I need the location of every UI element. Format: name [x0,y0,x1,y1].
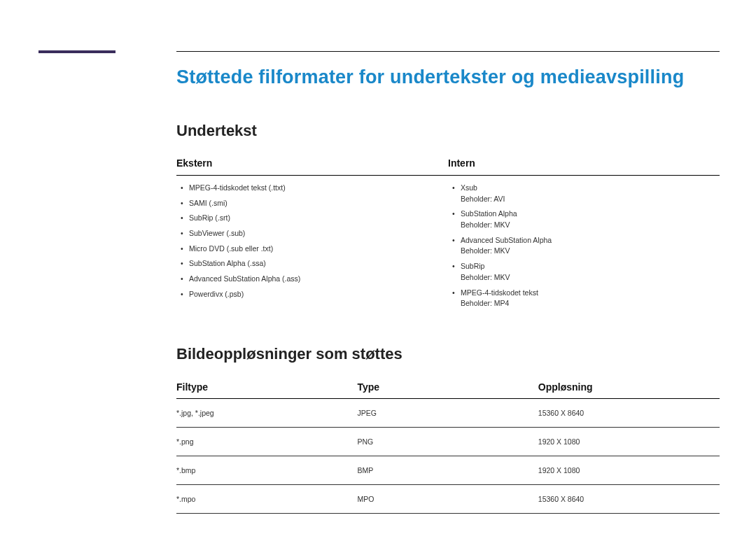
list-item-subline: Beholder: MKV [461,272,720,283]
list-item: SubStation Alpha (.ssa) [189,258,448,269]
internal-header-cell: Intern [448,153,720,175]
table-cell-type: BMP [357,456,538,484]
image-resolutions-table: Filtype Type Oppløsning *.jpg, *.jpegJPE… [176,376,720,514]
subtitle-column-headers: Ekstern Intern [176,153,720,176]
document-content: Støttede filformater for undertekster og… [176,66,720,514]
image-resolutions-section: Bildeoppløsninger som støttes Filtype Ty… [176,345,720,514]
header-filetype: Filtype [176,376,357,399]
list-item-label: Xsub [461,183,477,192]
table-cell-filetype: *.bmp [176,456,357,484]
table-row: *.bmpBMP1920 X 1080 [176,456,720,484]
image-heading: Bildeoppløsninger som støttes [176,345,720,363]
table-cell-resolution: 15360 X 8640 [538,398,720,427]
list-item: SubViewer (.sub) [189,228,448,239]
list-item: Micro DVD (.sub eller .txt) [189,244,448,254]
list-item: XsubBeholder: AVI [461,183,720,204]
internal-column-header: Intern [448,157,475,169]
list-item: Advanced SubStation Alpha (.ass) [189,274,448,284]
list-item-label: SubRip [461,262,484,270]
header-type: Type [357,376,538,399]
list-item: SubStation AlphaBeholder: MKV [461,209,720,230]
list-item-label: SubStation Alpha [461,209,517,218]
table-header-row: Filtype Type Oppløsning [176,376,720,399]
list-item: Advanced SubStation AlphaBeholder: MKV [461,235,720,256]
list-item: MPEG-4-tidskodet tekst (.ttxt) [189,183,448,193]
list-item-subline: Beholder: MKV [461,220,720,230]
external-column-header: Ekstern [176,157,212,169]
page-title: Støttede filformater for undertekster og… [176,66,720,88]
list-item: SAMI (.smi) [189,198,448,209]
subtitle-lists: MPEG-4-tidskodet tekst (.ttxt)SAMI (.smi… [176,176,720,314]
table-cell-filetype: *.jpg, *.jpeg [176,398,357,427]
external-header-cell: Ekstern [176,153,448,175]
list-item: Powerdivx (.psb) [189,289,448,300]
list-item: SubRip (.srt) [189,213,448,223]
list-item-subline: Beholder: MP4 [461,298,720,309]
internal-list: XsubBeholder: AVISubStation AlphaBeholde… [448,183,720,314]
header-resolution: Oppløsning [538,376,720,399]
table-cell-type: JPEG [357,398,538,427]
section-marker [38,50,115,53]
table-cell-resolution: 15360 X 8640 [538,484,720,513]
table-cell-filetype: *.mpo [176,484,357,513]
list-item-subline: Beholder: AVI [461,194,720,204]
table-cell-type: MPO [357,484,538,513]
header-divider [176,51,720,52]
table-cell-type: PNG [357,427,538,456]
list-item-label: MPEG-4-tidskodet tekst [461,288,538,297]
list-item: MPEG-4-tidskodet tekstBeholder: MP4 [461,288,720,309]
table-row: *.mpoMPO15360 X 8640 [176,484,720,513]
external-list: MPEG-4-tidskodet tekst (.ttxt)SAMI (.smi… [176,183,448,314]
table-row: *.pngPNG1920 X 1080 [176,427,720,456]
list-item: SubRipBeholder: MKV [461,261,720,282]
list-item-label: Advanced SubStation Alpha [461,236,552,244]
table-cell-resolution: 1920 X 1080 [538,456,720,484]
table-cell-filetype: *.png [176,427,357,456]
table-cell-resolution: 1920 X 1080 [538,427,720,456]
subtitle-heading: Undertekst [176,122,720,140]
table-row: *.jpg, *.jpegJPEG15360 X 8640 [176,398,720,427]
subtitle-section: Undertekst Ekstern Intern MPEG-4-tidskod… [176,122,720,314]
list-item-subline: Beholder: MKV [461,246,720,256]
